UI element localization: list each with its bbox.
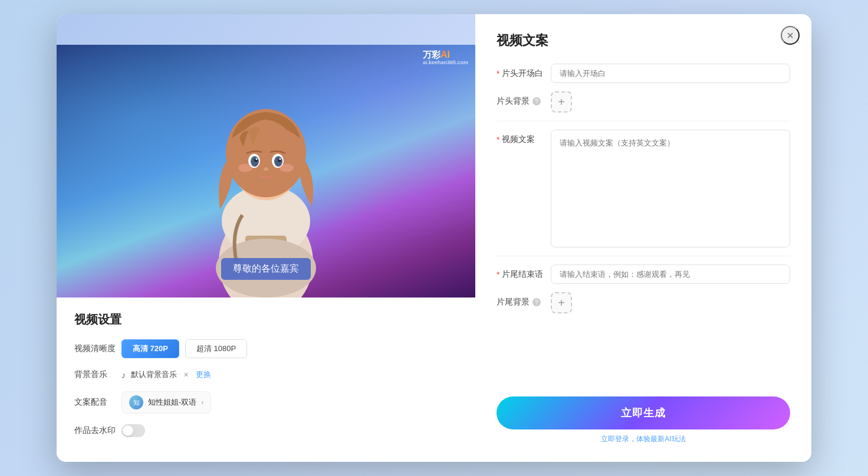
opening-input[interactable] [551,64,790,83]
voice-avatar: 知 [129,395,143,409]
subtitle-bar: 尊敬的各位嘉宾 [221,258,311,280]
header-bg-help-icon[interactable]: ? [532,97,541,105]
header-bg-label-text: 片头背景 [497,96,530,107]
settings-panel: 视频设置 视频清晰度 高清 720P 超清 1080P 背景音乐 ♪ 默 [57,298,475,462]
watermark-brand-text: 万彩 [423,49,440,60]
ending-label-text: 片尾结束语 [502,269,543,280]
svg-point-16 [264,167,268,171]
header-bg-row: 片头背景 ? + [497,91,790,113]
video-copy-required: * [497,135,499,144]
resolution-label: 视频清晰度 [74,343,121,354]
resolution-720p-button[interactable]: 高清 720P [121,339,179,358]
music-label: 背景音乐 [74,369,121,380]
music-remove-button[interactable]: × [182,369,191,381]
voice-row: 文案配音 知 知性姐姐-双语 › [74,391,458,414]
ending-bg-label: 片尾背景 ? [497,292,544,308]
music-change-button[interactable]: 更换 [196,369,211,380]
ending-input[interactable] [551,265,790,284]
video-copy-label-text: 视频文案 [502,134,535,145]
ending-label: * 片尾结束语 [497,265,544,280]
watermark-brand: 万彩AI ai.keehan365.com [423,49,468,65]
svg-point-15 [280,158,281,160]
settings-title: 视频设置 [74,312,458,328]
watermark-toggle[interactable] [121,424,145,437]
voice-name: 知性姐姐-双语 [148,397,196,408]
form-scroll: * 片头开场白 片头背景 ? + [497,64,790,396]
music-row: 背景音乐 ♪ 默认背景音乐 × 更换 [74,369,458,381]
ending-row: * 片尾结束语 [497,265,790,284]
music-default-label: 默认背景音乐 [131,369,177,380]
opening-row: * 片头开场白 [497,64,790,83]
resolution-row: 视频清晰度 高清 720P 超清 1080P [74,339,458,358]
toggle-knob [123,425,133,436]
ending-bg-add-button[interactable]: + [551,292,572,313]
svg-point-14 [256,158,258,160]
modal-container: 万彩AI ai.keehan365.com [57,14,811,462]
opening-label: * 片头开场白 [497,64,544,79]
watermark-url: ai.keehan365.com [423,60,468,65]
resolution-options: 高清 720P 超清 1080P [121,339,247,358]
close-button[interactable]: × [781,26,800,45]
voice-selector[interactable]: 知 知性姐姐-双语 › [121,391,211,414]
ending-required: * [497,270,499,279]
music-note-icon: ♪ [121,370,126,380]
opening-label-text: 片头开场白 [502,68,543,79]
opening-required: * [497,69,499,78]
resolution-1080p-button[interactable]: 超清 1080P [185,339,247,358]
video-copy-textarea[interactable] [551,130,790,247]
header-bg-label: 片头背景 ? [497,91,544,107]
right-panel-title: 视频文案 [497,32,790,49]
watermark-toggle-label: 作品去水印 [74,425,121,436]
generate-button[interactable]: 立即生成 [497,396,790,429]
music-controls: ♪ 默认背景音乐 × 更换 [121,369,211,381]
login-hint: 立即登录，体验最新AI玩法 [497,434,790,444]
right-panel: × 视频文案 * 片头开场白 片 [475,14,811,462]
video-copy-label: * 视频文案 [497,130,544,145]
video-preview-bg: 万彩AI ai.keehan365.com [57,45,475,298]
modal-overlay: 万彩AI ai.keehan365.com [0,0,868,476]
video-copy-row: * 视频文案 [497,130,790,247]
watermark: 万彩AI ai.keehan365.com [423,49,468,65]
bottom-actions: 立即生成 立即登录，体验最新AI玩法 [497,396,790,444]
ending-bg-help-icon[interactable]: ? [532,298,541,306]
left-panel: 万彩AI ai.keehan365.com [57,14,475,462]
svg-point-18 [280,164,294,172]
login-hint-text: 立即登录，体验最新AI玩法 [601,435,685,443]
ending-bg-row: 片尾背景 ? + [497,292,790,313]
watermark-row: 作品去水印 [74,424,458,437]
divider-2 [497,256,790,256]
ending-bg-label-text: 片尾背景 [497,297,530,308]
subtitle-text: 尊敬的各位嘉宾 [233,263,299,273]
video-preview-area: 万彩AI ai.keehan365.com [57,45,475,298]
voice-arrow-icon: › [201,398,203,406]
header-bg-add-button[interactable]: + [551,91,572,113]
svg-point-7 [226,109,306,197]
divider-1 [497,121,790,121]
svg-point-17 [238,164,252,172]
preview-top-bg [57,14,475,45]
voice-label: 文案配音 [74,397,121,408]
watermark-ai-text: AI [440,49,450,60]
